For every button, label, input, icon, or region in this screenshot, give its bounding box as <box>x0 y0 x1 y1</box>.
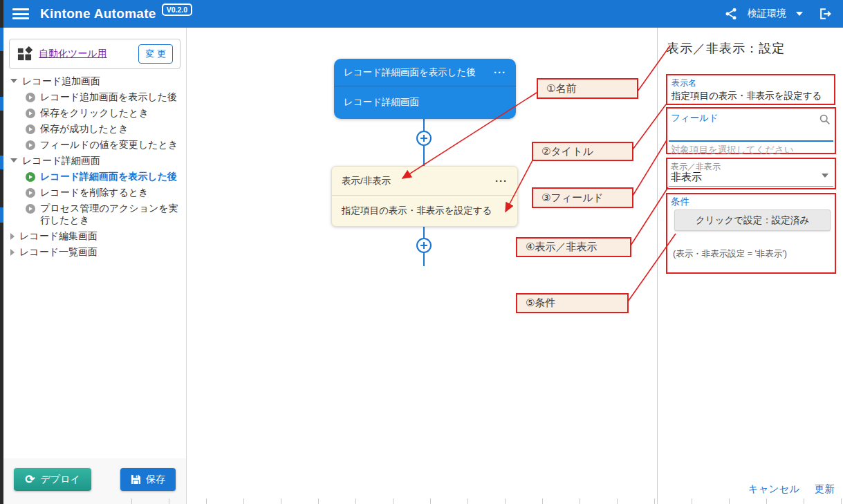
panel-title: 表示／非表示：設定 <box>667 40 785 57</box>
panel-actions: キャンセル 更新 <box>748 483 835 496</box>
annotation-box-title: ②タイトル <box>532 142 633 161</box>
tree-event[interactable]: プロセス管理のアクションを実行したとき <box>3 200 187 228</box>
hamburger-menu-icon[interactable] <box>12 8 29 19</box>
chevron-down-icon[interactable] <box>822 174 828 178</box>
action-node-subtitle: 指定項目の表示・非表示を設定する <box>342 205 492 217</box>
action-node[interactable]: 表示/非表示 ··· 指定項目の表示・非表示を設定する <box>331 166 518 227</box>
search-icon[interactable] <box>819 113 831 128</box>
app-name-link[interactable]: 自動化ツール用 <box>39 48 107 60</box>
tree-group-record-edit[interactable]: レコード編集画面 <box>3 228 187 244</box>
app-grid-icon <box>17 46 33 62</box>
play-icon <box>26 204 35 214</box>
update-button[interactable]: 更新 <box>815 483 835 496</box>
sidebar: 自動化ツール用 変 更 レコード追加画面 レコード追加画面を表示した後 保存をク… <box>3 28 187 504</box>
tree-event[interactable]: 保存が成功したとき <box>3 121 187 137</box>
annotation-box-visibility: ④表示／非表示 <box>516 237 631 257</box>
play-icon <box>26 140 35 150</box>
trigger-node[interactable]: レコード詳細画面を表示した後 ··· レコード詳細画面 <box>334 59 516 119</box>
environment-caret-icon[interactable] <box>796 12 803 16</box>
app-window: Kintone Automate V0.2.0 検証環境 自動化ツール用 変 更… <box>0 0 843 504</box>
flow-canvas[interactable]: レコード詳細画面を表示した後 ··· レコード詳細画面 表示/非表示 ··· 指… <box>187 28 657 504</box>
tree-event[interactable]: 保存をクリックしたとき <box>3 105 187 121</box>
annotation-box-field: ③フィールド <box>532 187 633 208</box>
condition-summary: (表示・非表示設定 = '非表示') <box>673 248 787 260</box>
visibility-underline <box>669 186 833 187</box>
top-bar: Kintone Automate V0.2.0 検証環境 <box>0 0 843 28</box>
trigger-node-subtitle: レコード詳細画面 <box>344 96 419 109</box>
field-select-field[interactable]: フィールド 対象項目を選択してください <box>666 107 836 154</box>
cancel-button[interactable]: キャンセル <box>748 483 799 496</box>
annotation-box-condition: ⑤条件 <box>516 293 629 313</box>
tree-group-record-detail[interactable]: レコード詳細画面 <box>3 153 187 169</box>
app-title: Kintone Automate <box>40 6 156 21</box>
condition-section: 条件 クリックで設定：設定済み (表示・非表示設定 = '非表示') <box>666 193 836 274</box>
collapse-icon[interactable] <box>10 79 17 83</box>
visibility-value[interactable]: 非表示 <box>671 171 702 184</box>
field-input-underline <box>669 140 833 142</box>
event-tree: レコード追加画面 レコード追加画面を表示した後 保存をクリックしたとき 保存が成… <box>3 73 187 260</box>
tree-event[interactable]: レコードを削除するとき <box>3 185 187 200</box>
action-node-title: 表示/非表示 <box>342 175 391 187</box>
environment-label[interactable]: 検証環境 <box>748 8 786 20</box>
version-badge: V0.2.0 <box>162 3 192 16</box>
sync-icon: ⟳ <box>25 474 35 485</box>
tree-event[interactable]: レコード追加画面を表示した後 <box>3 89 187 105</box>
display-name-label: 表示名 <box>671 78 830 88</box>
field-label: フィールド <box>671 113 719 123</box>
trigger-node-title: レコード詳細画面を表示した後 <box>344 66 476 79</box>
tree-group-record-list[interactable]: レコード一覧画面 <box>3 244 187 260</box>
play-icon <box>26 188 35 198</box>
play-icon <box>26 93 35 102</box>
add-step-button[interactable] <box>416 238 432 253</box>
visibility-select[interactable]: 表示／非表示 非表示 <box>666 158 836 189</box>
expand-icon[interactable] <box>10 249 15 256</box>
field-helper-text: 対象項目を選択してください <box>671 144 794 156</box>
save-button[interactable]: 保存 <box>120 468 176 491</box>
deploy-button[interactable]: ⟳ デプロイ <box>14 468 91 491</box>
play-icon <box>26 124 35 134</box>
play-icon <box>26 109 35 118</box>
edge-strip <box>0 0 3 504</box>
tree-event-active[interactable]: レコード詳細画面を表示した後 <box>3 169 187 185</box>
change-app-button[interactable]: 変 更 <box>138 44 173 64</box>
tree-event[interactable]: フィールドの値を変更したとき <box>3 137 187 153</box>
annotation-box-name: ①名前 <box>537 78 638 99</box>
collapse-icon[interactable] <box>10 158 17 162</box>
share-icon[interactable] <box>724 7 738 21</box>
condition-label: 条件 <box>671 197 689 207</box>
tree-group-record-add[interactable]: レコード追加画面 <box>3 73 187 89</box>
play-icon-active <box>26 172 35 182</box>
add-step-button[interactable] <box>416 131 432 146</box>
condition-configure-button[interactable]: クリックで設定：設定済み <box>674 209 831 231</box>
app-card: 自動化ツール用 変 更 <box>9 39 180 69</box>
display-name-field[interactable]: 表示名 指定項目の表示・非表示を設定する <box>666 74 835 105</box>
expand-icon[interactable] <box>10 233 15 240</box>
logout-icon[interactable] <box>818 7 832 21</box>
settings-panel: 表示／非表示：設定 表示名 指定項目の表示・非表示を設定する フィールド 対象項… <box>657 28 843 504</box>
floppy-disk-icon <box>131 474 141 485</box>
display-name-value[interactable]: 指定項目の表示・非表示を設定する <box>671 90 830 102</box>
